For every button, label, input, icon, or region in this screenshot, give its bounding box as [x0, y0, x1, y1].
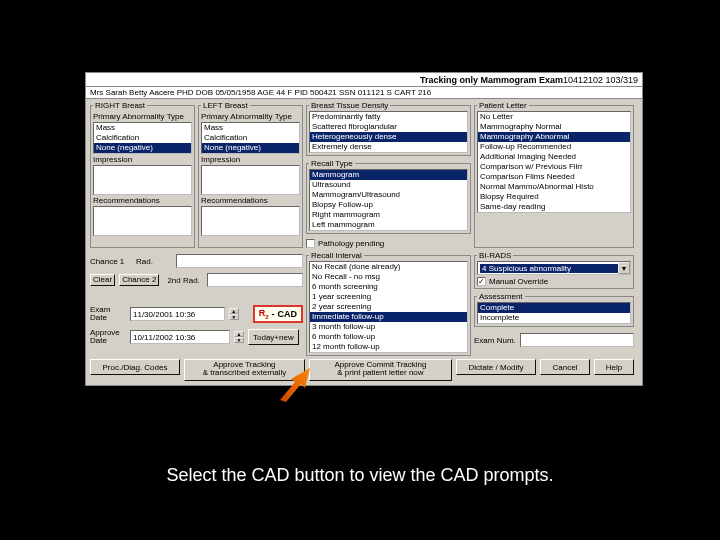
list-item[interactable]: 12 month follow-up — [310, 342, 467, 352]
birads-legend: BI-RADS — [477, 251, 513, 260]
recall-type-legend: Recall Type — [309, 159, 355, 168]
left-primary-list[interactable]: Mass Calcification None (negative) — [201, 122, 300, 154]
approve-date-field[interactable]: 10/11/2002 10:36 — [130, 330, 230, 344]
patient-letter-list[interactable]: No Letter Mammography Normal Mammography… — [477, 111, 631, 213]
chevron-down-icon[interactable]: ▼ — [229, 314, 239, 320]
second-rad-field[interactable] — [207, 273, 303, 287]
list-item[interactable]: Complete — [478, 303, 630, 313]
manual-override-check[interactable]: ✓ Manual Override — [477, 277, 631, 286]
left-impression-label: Impression — [201, 155, 300, 164]
list-item[interactable]: Mammogram/Ultrasound — [310, 190, 467, 200]
cad-label: CAD — [278, 309, 298, 319]
manual-override-label: Manual Override — [489, 277, 548, 286]
exam-date-spinner[interactable]: ▲ ▼ — [229, 308, 239, 320]
list-item[interactable]: Normal Mammo/Abnormal Histo — [478, 182, 630, 192]
pathology-pending-check[interactable]: Pathology pending — [306, 239, 471, 248]
approve-tracking-button[interactable]: Approve Tracking & transcribed externall… — [184, 359, 305, 381]
right-breast-legend: RIGHT Breast — [93, 101, 147, 110]
list-item[interactable]: Biopsy Required — [478, 192, 630, 202]
list-item[interactable]: Comparison Films Needed — [478, 172, 630, 182]
density-list[interactable]: Predominantly fatty Scattered fibrogland… — [309, 111, 468, 153]
list-item[interactable]: Mammography Normal — [478, 122, 630, 132]
birads-group: BI-RADS 4 Suspicious abnormality ▼ ✓ Man… — [474, 251, 634, 289]
list-item[interactable]: Incomplete — [478, 313, 630, 323]
checkbox-icon: ✓ — [477, 277, 486, 286]
list-item[interactable]: Additional Imaging Needed — [478, 152, 630, 162]
r2-logo-icon: R2 — [259, 308, 269, 320]
birads-value: 4 Suspicious abnormality — [480, 264, 618, 273]
rad-label: Rad. — [136, 257, 172, 266]
clear-button[interactable]: Clear — [90, 274, 115, 286]
list-item[interactable]: Mammogram — [310, 170, 467, 180]
exam-num-label: Exam Num. — [474, 336, 516, 345]
list-item[interactable]: Ultrasound — [310, 180, 467, 190]
list-item[interactable]: 6 month screening — [310, 282, 467, 292]
recall-type-group: Recall Type Mammogram Ultrasound Mammogr… — [306, 159, 471, 234]
right-impression-box[interactable] — [93, 165, 192, 195]
mammo-tracking-window: Tracking only Mammogram Exam 10412102 10… — [85, 72, 643, 386]
right-breast-group: RIGHT Breast Primary Abnormality Type Ma… — [90, 101, 195, 248]
list-item[interactable]: Mass — [94, 123, 191, 133]
rad-field[interactable] — [176, 254, 303, 268]
list-item[interactable]: Calcification — [202, 133, 299, 143]
patient-letter-group: Patient Letter No Letter Mammography Nor… — [474, 101, 634, 248]
list-item[interactable]: 2 year screening — [310, 302, 467, 312]
recall-interval-legend: Recall Interval — [309, 251, 364, 260]
list-item[interactable]: Extremely dense — [310, 142, 467, 152]
list-item[interactable]: None (negative) — [94, 143, 191, 153]
birads-select[interactable]: 4 Suspicious abnormality ▼ — [477, 261, 631, 275]
left-recs-box[interactable] — [201, 206, 300, 236]
cad-button[interactable]: R2 - CAD — [253, 305, 303, 323]
list-item[interactable]: No Recall - no msg — [310, 272, 467, 282]
pathology-pending-label: Pathology pending — [318, 239, 384, 248]
exam-date-field[interactable]: 11/30/2001 10:36 — [130, 307, 225, 321]
chevron-down-icon[interactable]: ▼ — [618, 262, 630, 274]
list-item[interactable]: None (negative) — [202, 143, 299, 153]
today-new-button[interactable]: Today+new — [248, 329, 299, 345]
right-primary-label: Primary Abnormality Type — [93, 112, 192, 121]
left-recs-label: Recommendations — [201, 196, 300, 205]
titlebar: Tracking only Mammogram Exam 10412102 10… — [86, 73, 642, 87]
list-item[interactable]: Immediate follow-up — [310, 312, 467, 322]
help-button[interactable]: Help — [594, 359, 634, 375]
list-item[interactable]: 3 month follow-up — [310, 322, 467, 332]
exam-num-field[interactable] — [520, 333, 634, 347]
density-group: Breast Tissue Density Predominantly fatt… — [306, 101, 471, 156]
approve-date-label: Approve Date — [90, 329, 126, 345]
list-item[interactable]: Follow-up Recommended — [478, 142, 630, 152]
recall-interval-list[interactable]: No Recall (done already) No Recall - no … — [309, 261, 468, 353]
list-item[interactable]: 1 year screening — [310, 292, 467, 302]
approve-commit-button[interactable]: Approve Commit Tracking & print patient … — [309, 359, 452, 381]
approve-date-spinner[interactable]: ▲ ▼ — [234, 331, 244, 343]
title-numbers: 10412102 103/319 — [563, 75, 638, 85]
exam-date-label: Exam Date — [90, 306, 126, 322]
list-item[interactable]: Same-day reading — [478, 202, 630, 212]
cancel-button[interactable]: Cancel — [540, 359, 590, 375]
proc-codes-button[interactable]: Proc./Diag. Codes — [90, 359, 180, 375]
list-item[interactable]: No Recall (done already) — [310, 262, 467, 272]
patient-infobar: Mrs Sarah Betty Aacere PHD DOB 05/05/195… — [86, 87, 642, 99]
dictate-button[interactable]: Dictate / Modify — [456, 359, 536, 375]
list-item[interactable]: Scattered fibroglandular — [310, 122, 467, 132]
left-primary-label: Primary Abnormality Type — [201, 112, 300, 121]
window-title: Tracking only Mammogram Exam — [420, 75, 563, 85]
assessment-list[interactable]: Complete Incomplete — [477, 302, 631, 324]
chance2-button[interactable]: Chance 2 — [119, 274, 159, 286]
list-item[interactable]: Calcification — [94, 133, 191, 143]
list-item[interactable]: Mammography Abnormal — [478, 132, 630, 142]
list-item[interactable]: Biopsy Follow-up — [310, 200, 467, 210]
list-item[interactable]: No Letter — [478, 112, 630, 122]
right-recs-box[interactable] — [93, 206, 192, 236]
list-item[interactable]: Comparison w/ Previous Filrr — [478, 162, 630, 172]
second-rad-label: 2nd Rad. — [167, 276, 203, 285]
list-item[interactable]: 6 month follow-up — [310, 332, 467, 342]
recall-type-list[interactable]: Mammogram Ultrasound Mammogram/Ultrasoun… — [309, 169, 468, 231]
list-item[interactable]: Left mammogram — [310, 220, 467, 230]
left-impression-box[interactable] — [201, 165, 300, 195]
list-item[interactable]: Predominantly fatty — [310, 112, 467, 122]
list-item[interactable]: Right mammogram — [310, 210, 467, 220]
chevron-down-icon[interactable]: ▼ — [234, 337, 244, 343]
list-item[interactable]: Mass — [202, 123, 299, 133]
list-item[interactable]: Heterogeneously dense — [310, 132, 467, 142]
right-primary-list[interactable]: Mass Calcification None (negative) — [93, 122, 192, 154]
